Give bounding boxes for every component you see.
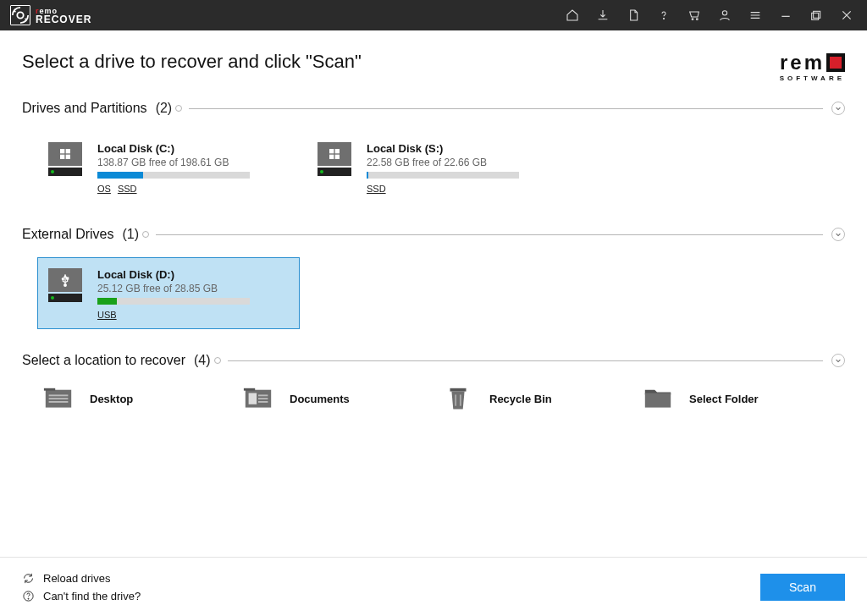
minimize-icon[interactable] <box>770 0 801 30</box>
svg-rect-18 <box>44 388 55 391</box>
svg-rect-12 <box>335 149 340 153</box>
titlebar: remo RECOVER <box>0 0 867 30</box>
drive-tag[interactable]: USB <box>97 310 117 320</box>
drive-name: Local Disk (C:) <box>97 142 285 155</box>
partitions-row: Local Disk (C:)138.87 GB free of 198.61 … <box>22 131 845 203</box>
collapse-icon[interactable] <box>831 228 845 241</box>
menu-icon[interactable] <box>740 0 770 30</box>
svg-rect-9 <box>60 155 64 159</box>
cart-icon[interactable] <box>679 0 710 30</box>
app-logo-icon <box>10 5 30 25</box>
svg-point-17 <box>64 284 67 287</box>
drive-card[interactable]: Local Disk (S:)22.58 GB free of 22.66 GB… <box>306 131 569 203</box>
location-item[interactable]: Desktop <box>42 385 242 412</box>
drive-card[interactable]: Local Disk (C:)138.87 GB free of 198.61 … <box>37 131 300 203</box>
download-icon[interactable] <box>588 0 618 30</box>
folder-icon <box>642 385 674 412</box>
svg-rect-14 <box>335 155 340 159</box>
drive-name: Local Disk (S:) <box>367 142 555 155</box>
drive-card[interactable]: Local Disk (D:)25.12 GB free of 28.85 GB… <box>37 257 300 329</box>
svg-rect-7 <box>60 149 64 153</box>
drive-usage-bar <box>97 298 250 305</box>
page-title: Select a drive to recover and click "Sca… <box>22 51 362 73</box>
location-label: Select Folder <box>689 393 759 405</box>
drive-subtitle: 22.58 GB free of 22.66 GB <box>367 157 555 168</box>
svg-point-1 <box>663 18 664 19</box>
svg-rect-26 <box>258 401 268 403</box>
svg-rect-23 <box>249 393 257 404</box>
app-logo: remo RECOVER <box>5 5 91 25</box>
svg-rect-27 <box>450 388 467 392</box>
remo-software-logo: rem SOFTWARE <box>780 51 845 82</box>
maximize-icon[interactable] <box>801 0 831 30</box>
drive-usage-bar <box>97 172 250 179</box>
location-item[interactable]: Recycle Bin <box>442 385 642 412</box>
svg-rect-22 <box>244 388 255 391</box>
svg-rect-29 <box>460 394 461 405</box>
drive-icon <box>48 268 82 302</box>
documents-icon <box>242 385 274 412</box>
locations-row: DesktopDocumentsRecycle BinSelect Folder <box>22 385 845 412</box>
main-content: Select a drive to recover and click "Sca… <box>0 30 867 557</box>
collapse-icon[interactable] <box>831 102 845 115</box>
svg-rect-21 <box>49 401 69 403</box>
location-item[interactable]: Documents <box>242 385 442 412</box>
section-count: (4) <box>194 353 211 368</box>
reload-drives-link[interactable]: Reload drives <box>22 572 141 585</box>
collapse-icon[interactable] <box>831 354 845 367</box>
cant-find-drive-link[interactable]: Can't find the drive? <box>22 590 141 602</box>
drive-icon <box>48 142 82 176</box>
svg-rect-28 <box>455 394 456 405</box>
product-text: RECOVER <box>36 15 91 24</box>
svg-point-3 <box>696 19 698 20</box>
drive-tag[interactable]: OS <box>97 184 111 194</box>
section-title: Select a location to recover <box>22 353 185 368</box>
recycle-icon <box>442 385 474 412</box>
section-select-location: Select a location to recover (4) <box>22 353 845 368</box>
section-count: (1) <box>122 227 139 242</box>
svg-point-0 <box>17 12 23 18</box>
svg-rect-10 <box>66 155 70 159</box>
svg-rect-24 <box>258 394 268 396</box>
section-title: External Drives <box>22 227 113 242</box>
drive-subtitle: 25.12 GB free of 28.85 GB <box>97 283 285 294</box>
software-label: SOFTWARE <box>780 74 845 82</box>
drive-tag[interactable]: SSD <box>118 184 137 194</box>
drive-tag[interactable]: SSD <box>367 184 386 194</box>
help-icon[interactable] <box>649 0 679 30</box>
svg-rect-13 <box>329 155 334 159</box>
user-icon[interactable] <box>710 0 740 30</box>
home-icon[interactable] <box>557 0 588 30</box>
svg-rect-11 <box>329 149 334 153</box>
desktop-icon <box>42 385 75 412</box>
location-label: Desktop <box>90 393 133 405</box>
cant-find-drive-label: Can't find the drive? <box>43 590 141 602</box>
section-title: Drives and Partitions <box>22 101 147 116</box>
drive-usage-bar <box>367 172 519 179</box>
svg-point-31 <box>28 598 29 599</box>
drive-tags: USB <box>97 310 285 320</box>
external-row: Local Disk (D:)25.12 GB free of 28.85 GB… <box>22 257 845 329</box>
drive-tags: OSSSD <box>97 184 285 194</box>
location-item[interactable]: Select Folder <box>642 385 842 412</box>
svg-point-2 <box>692 19 693 20</box>
svg-rect-25 <box>258 398 268 399</box>
document-icon[interactable] <box>618 0 649 30</box>
svg-rect-20 <box>49 398 69 399</box>
scan-button[interactable]: Scan <box>760 574 845 601</box>
location-label: Documents <box>290 393 350 405</box>
close-icon[interactable] <box>831 0 862 30</box>
svg-point-4 <box>722 11 726 15</box>
location-label: Recycle Bin <box>489 393 552 405</box>
svg-rect-6 <box>812 13 819 19</box>
app-logo-text: remo RECOVER <box>36 7 91 24</box>
drive-tags: SSD <box>367 184 555 194</box>
reload-drives-label: Reload drives <box>43 572 111 585</box>
section-external-drives: External Drives (1) <box>22 227 845 242</box>
svg-rect-19 <box>49 394 69 396</box>
drive-name: Local Disk (D:) <box>97 268 285 281</box>
drive-subtitle: 138.87 GB free of 198.61 GB <box>97 157 285 168</box>
section-drives-partitions: Drives and Partitions (2) <box>22 101 845 116</box>
svg-rect-8 <box>66 149 70 153</box>
svg-rect-5 <box>814 11 820 18</box>
